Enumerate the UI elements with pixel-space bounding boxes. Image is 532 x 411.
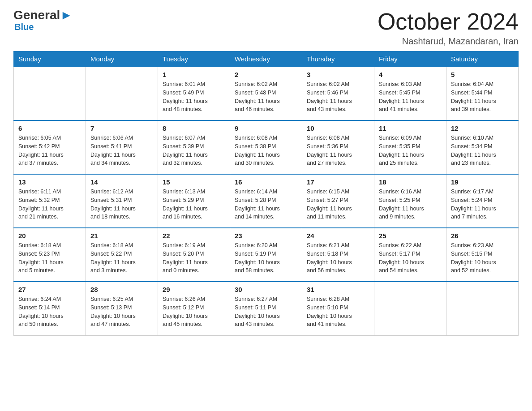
day-number: 14 [90,178,153,186]
logo: General► Blue [13,9,73,31]
day-number: 18 [379,178,442,186]
calendar-header-sunday: Sunday [14,51,86,67]
day-number: 23 [235,232,297,240]
page-header: General► Blue October 2024 Nashtarud, Ma… [13,9,519,47]
calendar-cell: 26Sunrise: 6:23 AMSunset: 5:15 PMDayligh… [446,228,519,282]
calendar-cell: 21Sunrise: 6:18 AMSunset: 5:22 PMDayligh… [86,228,158,282]
calendar-cell: 8Sunrise: 6:07 AMSunset: 5:39 PMDaylight… [158,120,230,174]
day-info: Sunrise: 6:27 AMSunset: 5:11 PMDaylight:… [235,295,297,329]
calendar-cell: 6Sunrise: 6:05 AMSunset: 5:42 PMDaylight… [14,120,86,174]
day-info: Sunrise: 6:22 AMSunset: 5:17 PMDaylight:… [379,241,442,275]
day-info: Sunrise: 6:18 AMSunset: 5:23 PMDaylight:… [18,241,81,275]
calendar-cell: 16Sunrise: 6:14 AMSunset: 5:28 PMDayligh… [230,174,302,228]
calendar-cell: 1Sunrise: 6:01 AMSunset: 5:49 PMDaylight… [158,67,230,120]
calendar-cell: 22Sunrise: 6:19 AMSunset: 5:20 PMDayligh… [158,228,230,282]
month-title: October 2024 [378,9,519,34]
week-row-1: 1Sunrise: 6:01 AMSunset: 5:49 PMDaylight… [14,67,519,120]
calendar-header-saturday: Saturday [446,51,519,67]
day-info: Sunrise: 6:11 AMSunset: 5:32 PMDaylight:… [18,188,81,221]
week-row-3: 13Sunrise: 6:11 AMSunset: 5:32 PMDayligh… [14,174,519,228]
calendar-cell [446,282,519,335]
week-row-2: 6Sunrise: 6:05 AMSunset: 5:42 PMDaylight… [14,120,519,174]
calendar-cell: 3Sunrise: 6:02 AMSunset: 5:46 PMDaylight… [302,67,374,120]
day-info: Sunrise: 6:21 AMSunset: 5:18 PMDaylight:… [307,241,369,275]
day-number: 31 [307,286,369,293]
logo-blue: Blue [13,22,34,31]
day-number: 6 [18,124,81,132]
calendar-cell: 25Sunrise: 6:22 AMSunset: 5:17 PMDayligh… [374,228,446,282]
logo-name: General► [13,9,73,21]
week-row-5: 27Sunrise: 6:24 AMSunset: 5:14 PMDayligh… [14,282,519,335]
day-number: 11 [379,124,442,132]
calendar-header-thursday: Thursday [302,51,374,67]
day-info: Sunrise: 6:25 AMSunset: 5:13 PMDaylight:… [90,295,153,329]
calendar-header-tuesday: Tuesday [158,51,230,67]
calendar-cell [86,67,158,120]
calendar-cell [14,67,86,120]
day-number: 5 [451,71,514,78]
day-number: 17 [307,178,369,186]
day-info: Sunrise: 6:06 AMSunset: 5:41 PMDaylight:… [90,134,153,167]
calendar-cell: 18Sunrise: 6:16 AMSunset: 5:25 PMDayligh… [374,174,446,228]
day-info: Sunrise: 6:04 AMSunset: 5:44 PMDaylight:… [451,80,514,114]
calendar-cell: 20Sunrise: 6:18 AMSunset: 5:23 PMDayligh… [14,228,86,282]
calendar-header-wednesday: Wednesday [230,51,302,67]
day-number: 13 [18,178,81,186]
calendar-cell: 5Sunrise: 6:04 AMSunset: 5:44 PMDaylight… [446,67,519,120]
day-number: 22 [163,232,225,240]
day-number: 1 [163,71,225,78]
day-number: 3 [307,71,369,78]
day-number: 19 [451,178,514,186]
day-info: Sunrise: 6:17 AMSunset: 5:24 PMDaylight:… [451,188,514,221]
day-info: Sunrise: 6:07 AMSunset: 5:39 PMDaylight:… [163,134,225,167]
day-info: Sunrise: 6:09 AMSunset: 5:35 PMDaylight:… [379,134,442,167]
day-number: 25 [379,232,442,240]
calendar-header-friday: Friday [374,51,446,67]
day-number: 15 [163,178,225,186]
calendar-cell: 27Sunrise: 6:24 AMSunset: 5:14 PMDayligh… [14,282,86,335]
calendar-cell: 15Sunrise: 6:13 AMSunset: 5:29 PMDayligh… [158,174,230,228]
title-section: October 2024 Nashtarud, Mazandaran, Iran [378,9,519,47]
day-info: Sunrise: 6:14 AMSunset: 5:28 PMDaylight:… [235,188,297,221]
calendar-cell: 29Sunrise: 6:26 AMSunset: 5:12 PMDayligh… [158,282,230,335]
calendar-cell: 17Sunrise: 6:15 AMSunset: 5:27 PMDayligh… [302,174,374,228]
calendar-cell: 7Sunrise: 6:06 AMSunset: 5:41 PMDaylight… [86,120,158,174]
day-number: 7 [90,124,153,132]
calendar-cell [374,282,446,335]
day-info: Sunrise: 6:02 AMSunset: 5:46 PMDaylight:… [307,80,369,114]
calendar-cell: 24Sunrise: 6:21 AMSunset: 5:18 PMDayligh… [302,228,374,282]
calendar-cell: 14Sunrise: 6:12 AMSunset: 5:31 PMDayligh… [86,174,158,228]
calendar-cell: 31Sunrise: 6:28 AMSunset: 5:10 PMDayligh… [302,282,374,335]
day-info: Sunrise: 6:12 AMSunset: 5:31 PMDaylight:… [90,188,153,221]
day-info: Sunrise: 6:15 AMSunset: 5:27 PMDaylight:… [307,188,369,221]
day-info: Sunrise: 6:05 AMSunset: 5:42 PMDaylight:… [18,134,81,167]
calendar-header-monday: Monday [86,51,158,67]
day-number: 8 [163,124,225,132]
location-subtitle: Nashtarud, Mazandaran, Iran [378,36,519,47]
calendar-cell: 11Sunrise: 6:09 AMSunset: 5:35 PMDayligh… [374,120,446,174]
day-info: Sunrise: 6:28 AMSunset: 5:10 PMDaylight:… [307,295,369,329]
day-number: 4 [379,71,442,78]
day-info: Sunrise: 6:10 AMSunset: 5:34 PMDaylight:… [451,134,514,167]
calendar-cell: 10Sunrise: 6:08 AMSunset: 5:36 PMDayligh… [302,120,374,174]
day-info: Sunrise: 6:01 AMSunset: 5:49 PMDaylight:… [163,80,225,114]
day-number: 28 [90,286,153,293]
calendar-table: SundayMondayTuesdayWednesdayThursdayFrid… [13,51,519,336]
day-info: Sunrise: 6:20 AMSunset: 5:19 PMDaylight:… [235,241,297,275]
day-number: 27 [18,286,81,293]
day-number: 24 [307,232,369,240]
calendar-cell: 30Sunrise: 6:27 AMSunset: 5:11 PMDayligh… [230,282,302,335]
day-number: 29 [163,286,225,293]
day-number: 26 [451,232,514,240]
calendar-cell: 19Sunrise: 6:17 AMSunset: 5:24 PMDayligh… [446,174,519,228]
calendar-header-row: SundayMondayTuesdayWednesdayThursdayFrid… [14,51,519,67]
day-info: Sunrise: 6:08 AMSunset: 5:38 PMDaylight:… [235,134,297,167]
calendar-cell: 12Sunrise: 6:10 AMSunset: 5:34 PMDayligh… [446,120,519,174]
calendar-cell: 23Sunrise: 6:20 AMSunset: 5:19 PMDayligh… [230,228,302,282]
day-number: 30 [235,286,297,293]
day-info: Sunrise: 6:13 AMSunset: 5:29 PMDaylight:… [163,188,225,221]
day-number: 2 [235,71,297,78]
day-info: Sunrise: 6:24 AMSunset: 5:14 PMDaylight:… [18,295,81,329]
day-info: Sunrise: 6:16 AMSunset: 5:25 PMDaylight:… [379,188,442,221]
day-info: Sunrise: 6:03 AMSunset: 5:45 PMDaylight:… [379,80,442,114]
